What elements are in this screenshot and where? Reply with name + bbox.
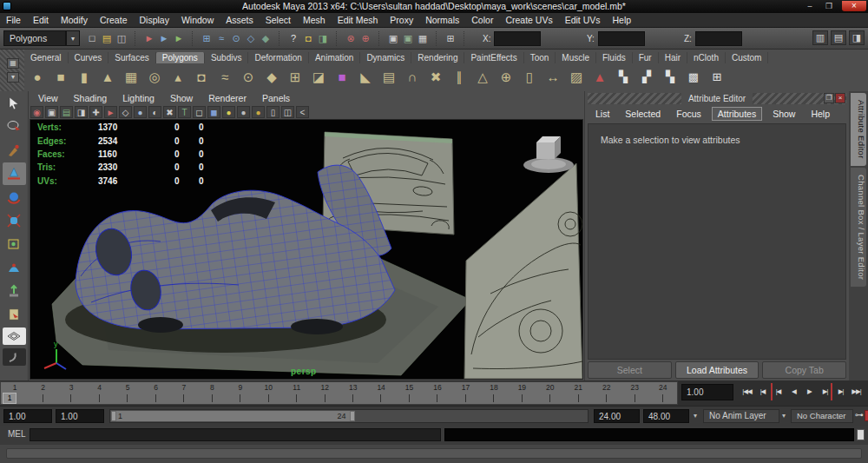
menu-item[interactable]: Create UVs <box>499 13 558 27</box>
layout-sculpt-button[interactable] <box>3 348 26 366</box>
shelf-tab[interactable]: Rendering <box>411 52 464 63</box>
attribute-editor-button[interactable]: Select <box>588 361 672 379</box>
viewport-toolbar-icon[interactable]: ◇ <box>119 106 132 118</box>
frame-tick[interactable]: 8 <box>198 382 226 404</box>
attribute-editor-button[interactable]: Load Attributes <box>675 361 760 379</box>
playback-button[interactable]: |◀◀ <box>740 383 754 400</box>
playback-start-field[interactable]: 1.00 <box>56 409 104 423</box>
shelf-tab[interactable]: Hair <box>659 52 687 63</box>
shelf-tool-icon[interactable]: ✖ <box>424 66 447 89</box>
viewport-menu-item[interactable]: Show <box>162 92 201 104</box>
shelf-tool-icon[interactable]: ⊙ <box>237 66 260 89</box>
menu-item[interactable]: Color <box>465 13 499 27</box>
frame-tick[interactable]: 4 <box>85 382 113 404</box>
shelf-caret-icon[interactable]: ▾ <box>7 72 19 83</box>
current-frame-indicator[interactable]: 1 <box>3 393 16 404</box>
z-coordinate-field[interactable] <box>695 31 742 46</box>
menu-item[interactable]: Assets <box>220 13 260 27</box>
shelf-tab[interactable]: Animation <box>309 52 360 63</box>
panel-restore-icon[interactable]: ❐ <box>824 93 834 103</box>
render-icon[interactable]: ▣ <box>386 31 400 46</box>
shelf-tool-icon[interactable]: ▯ <box>518 66 541 89</box>
shelf-tab[interactable]: PaintEffects <box>464 52 523 63</box>
last-tool-used[interactable] <box>3 303 26 326</box>
menu-item[interactable]: Select <box>260 13 297 27</box>
shelf-tool-icon[interactable]: ≈ <box>214 66 236 89</box>
frame-tick[interactable]: 14 <box>367 382 395 404</box>
auto-keyframe-icon[interactable] <box>865 410 868 421</box>
shelf-tool-icon[interactable]: ▲ <box>96 66 119 89</box>
attribute-editor-menu-item[interactable]: Selected <box>620 108 666 120</box>
menu-item[interactable]: Edit UVs <box>559 13 607 27</box>
viewport-toolbar-icon[interactable]: ◻ <box>193 106 206 118</box>
render-icon[interactable]: ▣ <box>401 31 415 46</box>
shelf-tab[interactable]: Subdivs <box>205 52 249 63</box>
shelf-tool-icon[interactable]: ∩ <box>401 66 424 89</box>
character-set-caret-icon[interactable]: ▾ <box>782 412 786 420</box>
frame-tick[interactable]: 22 <box>593 382 621 404</box>
misc-icon[interactable]: ◨ <box>316 31 330 46</box>
shelf-tab[interactable]: Curves <box>69 52 109 63</box>
universal-manipulator-tool[interactable] <box>3 233 26 255</box>
playback-end-field[interactable]: 24.00 <box>594 409 640 423</box>
shelf-tool-icon[interactable]: ▲ <box>589 66 611 89</box>
shelf-tool-icon[interactable]: ↔ <box>542 66 564 89</box>
set-key-icon[interactable]: ⊶ <box>855 410 864 420</box>
menu-item[interactable]: Edit Mesh <box>332 13 385 27</box>
minimize-button[interactable]: – <box>802 1 818 11</box>
close-button[interactable]: × <box>842 1 866 11</box>
viewport-toolbar-icon[interactable]: ► <box>104 106 117 118</box>
playback-button[interactable]: |◀ <box>755 383 770 400</box>
playback-button[interactable]: ▶▶| <box>849 383 864 400</box>
frame-tick[interactable]: 9 <box>227 382 254 404</box>
shelf-tool-icon[interactable]: ◣ <box>354 66 377 89</box>
sidebar-vertical-tab[interactable]: Attribute Editor <box>851 93 866 166</box>
viewport-toolbar-icon[interactable]: ✖ <box>163 106 176 118</box>
y-coordinate-field[interactable] <box>598 31 645 46</box>
attribute-editor-menu-item[interactable]: Show <box>767 108 800 120</box>
shelf-tool-icon[interactable]: ▩ <box>682 66 705 89</box>
viewport-toolbar-icon[interactable]: ◉ <box>30 106 43 118</box>
menu-item[interactable]: Window <box>175 13 220 27</box>
attribute-editor-button[interactable]: Copy Tab <box>762 361 846 379</box>
shelf-tab[interactable]: Deformation <box>248 52 308 63</box>
file-icon[interactable]: ▤ <box>100 31 114 46</box>
viewport-toolbar-icon[interactable]: ▣ <box>45 106 58 118</box>
menu-item[interactable]: Normals <box>419 13 465 27</box>
shelf-tool-icon[interactable]: ∥ <box>448 66 470 89</box>
attribute-editor-menu-item[interactable]: Attributes <box>712 107 762 121</box>
menu-item[interactable]: Edit <box>27 13 55 27</box>
frame-tick[interactable]: 6 <box>141 382 169 404</box>
live-surface-icon[interactable]: ⊞ <box>444 31 457 46</box>
viewport-toolbar-icon[interactable]: ◨ <box>75 106 88 118</box>
script-editor-icon[interactable] <box>857 429 865 440</box>
shelf-tab[interactable]: Fluids <box>596 52 633 63</box>
attribute-editor-menu-item[interactable]: Help <box>806 108 835 120</box>
select-mode-icon[interactable]: ► <box>172 31 186 46</box>
panel-toggle-icon[interactable]: ▥ <box>812 30 828 45</box>
frame-tick[interactable]: 15 <box>395 382 423 404</box>
shelf-tab[interactable]: Dynamics <box>360 52 411 63</box>
menu-item[interactable]: Create <box>94 13 134 27</box>
frame-tick[interactable]: 12 <box>311 382 339 404</box>
shelf-tool-icon[interactable]: ◆ <box>260 66 283 89</box>
paint-select-tool[interactable] <box>3 139 26 162</box>
character-set-dropdown[interactable]: No Character Set <box>791 409 853 423</box>
menu-item[interactable]: Display <box>133 13 174 27</box>
magnet-icon[interactable]: ⊕ <box>358 31 372 46</box>
shelf-tool-icon[interactable]: ▴ <box>167 66 189 89</box>
panel-close-icon[interactable]: × <box>835 93 845 103</box>
viewport-toolbar-icon[interactable]: ✚ <box>89 106 102 118</box>
render-icon[interactable]: ▦ <box>416 31 430 46</box>
frame-tick[interactable]: 23 <box>621 382 648 404</box>
select-tool[interactable] <box>3 92 26 115</box>
viewport-toolbar-icon[interactable]: < <box>296 106 309 118</box>
shelf-tab[interactable]: Fur <box>633 52 659 63</box>
file-icon[interactable]: □ <box>85 31 99 46</box>
frame-tick[interactable]: 16 <box>424 382 451 404</box>
shelf-tool-icon[interactable]: ◪ <box>307 66 330 89</box>
soft-modification-tool[interactable] <box>3 256 26 279</box>
shelf-menu-icon[interactable]: ▦ <box>7 58 19 69</box>
viewport-toolbar-icon[interactable]: T <box>178 106 191 118</box>
misc-icon[interactable]: ? <box>286 31 300 46</box>
